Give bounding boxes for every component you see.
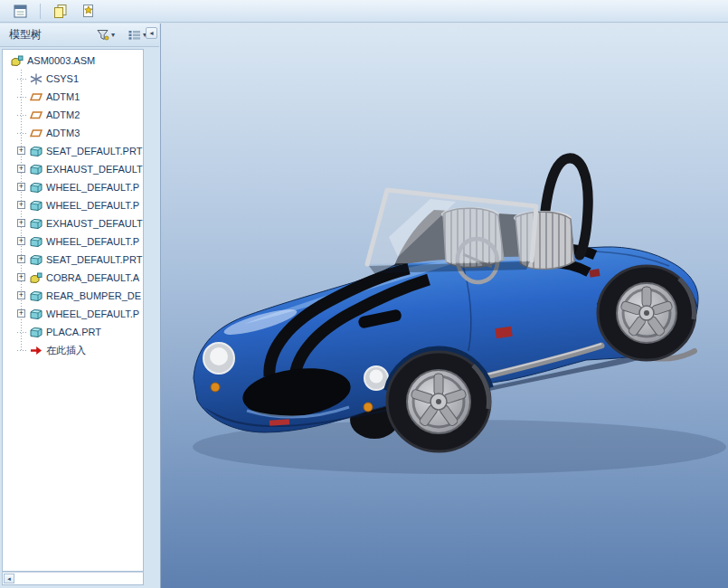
tree-item[interactable]: WHEEL_DEFAULT.P bbox=[3, 305, 143, 323]
tree-item-icon bbox=[30, 200, 43, 212]
model-tree-panel: ASM0003.ASM CSYS1 ADTM1 ADTM2 ADTM3 SEAT… bbox=[2, 49, 144, 572]
tree-item[interactable]: EXHAUST_DEFAULT bbox=[3, 160, 143, 178]
tree-item[interactable]: ADTM3 bbox=[3, 124, 143, 142]
tree-item-icon bbox=[30, 290, 43, 302]
tree-item-label: WHEEL_DEFAULT.P bbox=[46, 236, 139, 247]
tree-item[interactable]: SEAT_DEFAULT.PRT bbox=[3, 142, 143, 160]
indicator-right bbox=[364, 403, 373, 412]
tree-item-icon bbox=[30, 345, 43, 356]
tree-item-label: SEAT_DEFAULT.PRT bbox=[46, 254, 142, 265]
top-toolbar bbox=[0, 0, 728, 23]
tree-item-icon bbox=[30, 109, 43, 121]
front-wheel bbox=[387, 352, 490, 451]
model-tree: ASM0003.ASM CSYS1 ADTM1 ADTM2 ADTM3 SEAT… bbox=[3, 52, 143, 359]
tree-item-label: ADTM2 bbox=[46, 109, 80, 120]
tree-item-icon bbox=[30, 146, 43, 157]
tree-item-icon bbox=[30, 254, 43, 266]
tree-connector bbox=[17, 323, 27, 341]
car-model[interactable] bbox=[161, 24, 728, 588]
chevron-down-icon: ▾ bbox=[111, 32, 115, 39]
tree-item[interactable]: 在此插入 bbox=[3, 341, 143, 359]
expander-plus[interactable] bbox=[17, 251, 27, 269]
clipboard-icon bbox=[13, 4, 28, 19]
expander-plus[interactable] bbox=[17, 287, 27, 305]
tree-item[interactable]: PLACA.PRT bbox=[3, 323, 143, 341]
tree-item-label: ADTM1 bbox=[46, 91, 80, 102]
tree-item-icon bbox=[30, 218, 43, 230]
tree-item[interactable]: WHEEL_DEFAULT.P bbox=[3, 196, 143, 214]
tree-connector bbox=[17, 88, 27, 106]
expander-plus[interactable] bbox=[17, 142, 27, 160]
tree-item-label: WHEEL_DEFAULT.P bbox=[46, 182, 139, 193]
new-star-icon bbox=[81, 4, 98, 19]
tree-panel-title: 模型树 bbox=[9, 27, 92, 43]
list-settings-icon bbox=[128, 29, 141, 41]
expander-plus[interactable] bbox=[17, 214, 27, 232]
tree-item-icon bbox=[30, 91, 43, 103]
tree-connector bbox=[17, 124, 27, 142]
tree-item-icon bbox=[30, 182, 43, 194]
tree-item-label: COBRA_DEFAULT.A bbox=[46, 272, 139, 283]
tree-item-label: EXHAUST_DEFAULT bbox=[46, 218, 143, 229]
tree-item[interactable]: WHEEL_DEFAULT.P bbox=[3, 232, 143, 251]
copy-icon bbox=[52, 4, 69, 19]
tree-hscrollbar[interactable]: ◂ bbox=[2, 572, 144, 585]
tree-connector bbox=[17, 106, 27, 124]
tree-item-label: ADTM3 bbox=[46, 128, 80, 138]
tree-item-label: EXHAUST_DEFAULT bbox=[46, 164, 143, 175]
new-object-button[interactable] bbox=[79, 1, 100, 22]
tree-item[interactable]: ADTM1 bbox=[3, 88, 143, 106]
tree-filter-button[interactable]: ▾ bbox=[92, 27, 118, 43]
expander-plus[interactable] bbox=[17, 160, 27, 178]
graphics-viewport[interactable] bbox=[160, 24, 728, 588]
tree-item[interactable]: REAR_BUMPER_DE bbox=[3, 287, 143, 305]
expander-plus[interactable] bbox=[17, 269, 27, 287]
expander-plus[interactable] bbox=[17, 178, 27, 196]
app-window: 模型树 ▾ ▾ ◂ bbox=[0, 0, 728, 588]
tree-item[interactable]: SEAT_DEFAULT.PRT bbox=[3, 251, 143, 269]
tree-item-icon bbox=[11, 55, 24, 67]
tree-collapse-button[interactable]: ◂ bbox=[146, 27, 157, 39]
tree-header: 模型树 ▾ ▾ bbox=[0, 24, 159, 47]
tree-item-label: WHEEL_DEFAULT.P bbox=[46, 308, 139, 319]
expander-plus[interactable] bbox=[17, 305, 27, 323]
tree-item-icon bbox=[30, 128, 43, 139]
clipboard-button[interactable] bbox=[9, 1, 31, 22]
tree-item-icon bbox=[30, 327, 43, 338]
tree-item-icon bbox=[30, 308, 43, 320]
filter-icon bbox=[96, 29, 109, 41]
windshield bbox=[367, 190, 536, 273]
rear-wheel bbox=[598, 266, 695, 360]
chevron-left-icon: ◂ bbox=[149, 30, 153, 37]
toolbar-separator bbox=[40, 4, 41, 19]
scroll-left-button[interactable]: ◂ bbox=[4, 574, 14, 583]
expander-plus[interactable] bbox=[17, 196, 27, 214]
tree-item-icon bbox=[30, 164, 43, 175]
tree-item-icon bbox=[30, 272, 43, 284]
tree-item-icon bbox=[30, 73, 43, 85]
tree-item[interactable]: CSYS1 bbox=[3, 70, 143, 88]
tree-item-label: CSYS1 bbox=[46, 73, 79, 84]
tree-item-label: 在此插入 bbox=[46, 344, 86, 357]
tree-item-label: ASM0003.ASM bbox=[27, 55, 95, 66]
tree-item[interactable]: COBRA_DEFAULT.A bbox=[3, 269, 143, 287]
tree-item-label: SEAT_DEFAULT.PRT bbox=[46, 146, 142, 156]
tree-item[interactable]: ADTM2 bbox=[3, 106, 143, 124]
tree-connector bbox=[17, 70, 27, 88]
tree-item[interactable]: WHEEL_DEFAULT.P bbox=[3, 178, 143, 196]
indicator-left bbox=[211, 383, 220, 392]
chevron-left-icon: ◂ bbox=[7, 575, 11, 582]
tree-item-label: REAR_BUMPER_DE bbox=[46, 290, 141, 301]
tree-item-label: PLACA.PRT bbox=[46, 327, 101, 337]
tree-connector bbox=[17, 341, 27, 359]
expander-plus[interactable] bbox=[17, 232, 27, 251]
tree-item-icon bbox=[30, 236, 43, 248]
tree-item[interactable]: EXHAUST_DEFAULT bbox=[3, 214, 143, 232]
tree-item-label: WHEEL_DEFAULT.P bbox=[46, 200, 139, 211]
copy-button[interactable] bbox=[50, 1, 71, 22]
tree-item[interactable]: ASM0003.ASM bbox=[3, 52, 143, 70]
